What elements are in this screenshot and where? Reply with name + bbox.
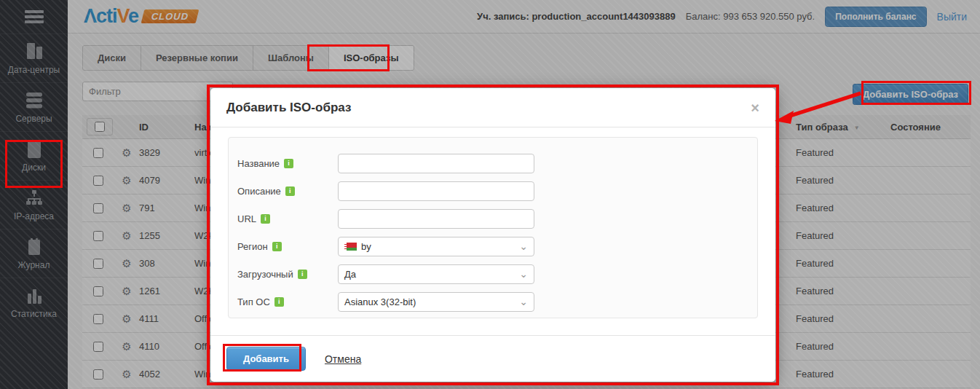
url-field[interactable] bbox=[338, 209, 534, 229]
chevron-down-icon: ⌄ bbox=[519, 272, 528, 277]
submit-add-button[interactable]: Добавить bbox=[226, 347, 306, 371]
form-row-url: URLi bbox=[237, 205, 748, 232]
modal-title: Добавить ISO-образ bbox=[226, 101, 351, 115]
info-icon[interactable]: i bbox=[274, 297, 284, 307]
form-row-bootable: Загрузочныйi Да⌄ bbox=[237, 260, 748, 288]
belarus-flag-icon bbox=[344, 243, 357, 251]
field-label: Название bbox=[237, 158, 280, 169]
info-icon[interactable]: i bbox=[285, 186, 295, 196]
form-row-os-type: Тип ОСi Asianux 3(32-bit)⌄ bbox=[237, 288, 748, 315]
form-row-description: Описаниеi bbox=[237, 177, 748, 205]
form-row-region: Регионi by⌄ bbox=[237, 232, 748, 260]
modal-header: Добавить ISO-образ × bbox=[210, 88, 775, 127]
modal-footer: Добавить Отмена bbox=[210, 335, 775, 382]
field-label: Тип ОС bbox=[237, 296, 270, 307]
field-label: Загрузочный bbox=[237, 269, 293, 280]
add-iso-modal: Добавить ISO-образ × Названиеi Описаниеi… bbox=[210, 88, 775, 382]
description-field[interactable] bbox=[338, 181, 534, 201]
bootable-select[interactable]: Да⌄ bbox=[338, 264, 534, 284]
info-icon[interactable]: i bbox=[272, 242, 282, 251]
name-field[interactable] bbox=[338, 154, 534, 173]
info-icon[interactable]: i bbox=[298, 270, 307, 279]
field-label: URL bbox=[237, 213, 256, 224]
cancel-link[interactable]: Отмена bbox=[325, 353, 361, 365]
info-icon[interactable]: i bbox=[261, 214, 270, 224]
modal-form-panel: Названиеi Описаниеi URLi Регионi by⌄ Заг… bbox=[228, 137, 758, 318]
region-select[interactable]: by⌄ bbox=[338, 237, 534, 256]
chevron-down-icon: ⌄ bbox=[519, 244, 528, 249]
field-label: Описание bbox=[237, 186, 281, 197]
info-icon[interactable]: i bbox=[284, 159, 293, 168]
field-label: Регион bbox=[237, 241, 268, 252]
form-row-name: Названиеi bbox=[237, 149, 748, 177]
close-icon[interactable]: × bbox=[751, 101, 759, 115]
os-type-select[interactable]: Asianux 3(32-bit)⌄ bbox=[338, 292, 534, 312]
chevron-down-icon: ⌄ bbox=[519, 299, 528, 304]
